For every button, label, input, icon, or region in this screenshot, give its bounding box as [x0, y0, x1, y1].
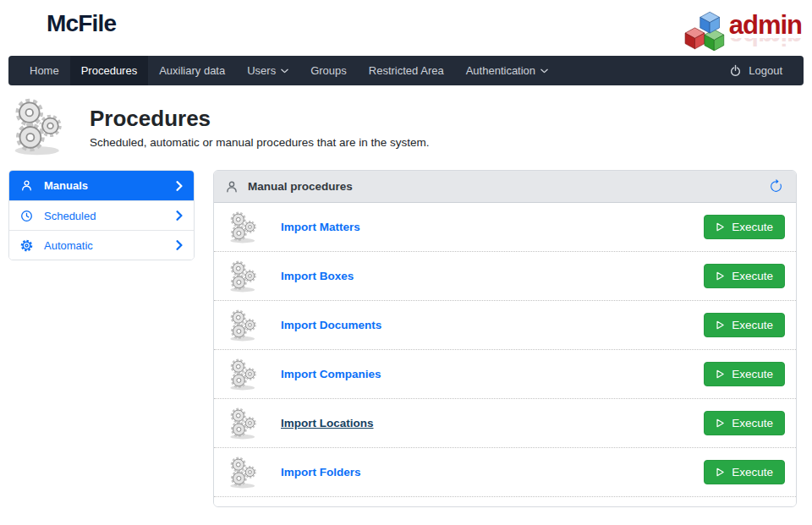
- mcfile-diamond-logo-icon: [8, 8, 39, 39]
- execute-button-label: Execute: [732, 270, 773, 282]
- sidebar-item-manuals[interactable]: Manuals: [9, 171, 194, 200]
- page-title: Procedures: [90, 106, 429, 132]
- chevron-right-icon: [176, 211, 183, 221]
- play-icon: [716, 468, 725, 477]
- play-icon: [716, 369, 725, 379]
- nav-item-users-label: Users: [247, 64, 276, 77]
- user-badge: admin admin: [683, 10, 802, 51]
- chevron-down-icon: [281, 68, 288, 74]
- logout-button[interactable]: Logout: [718, 56, 793, 85]
- gear-icon: [20, 239, 33, 252]
- execute-button[interactable]: Execute: [704, 264, 785, 288]
- chevron-right-icon: [176, 240, 183, 250]
- clock-icon: [20, 210, 33, 222]
- sidebar-item-manuals-label: Manuals: [44, 179, 88, 192]
- execute-button[interactable]: Execute: [704, 411, 785, 435]
- sidebar-item-scheduled-label: Scheduled: [44, 210, 96, 222]
- page-subtitle: Scheduled, automatic or manual procedure…: [90, 136, 429, 149]
- nav-item-groups-label: Groups: [310, 64, 347, 77]
- nav-item-home-label: Home: [30, 64, 59, 77]
- procedure-row: Import Folders Execute: [214, 448, 796, 497]
- panel-footer: [214, 497, 796, 506]
- sidebar-item-automatic[interactable]: Automatic: [9, 230, 194, 260]
- procedure-row: Import Locations Execute: [214, 399, 796, 448]
- play-icon: [716, 222, 725, 232]
- sidebar: Manuals Scheduled Automatic: [8, 170, 195, 260]
- nav-item-authentication-label: Authentication: [466, 64, 535, 77]
- nav-item-home[interactable]: Home: [19, 56, 70, 85]
- play-icon: [716, 418, 725, 428]
- execute-button-label: Execute: [732, 221, 773, 233]
- execute-button-label: Execute: [732, 417, 773, 429]
- manual-procedures-panel: Manual procedures Import Matters Execute…: [213, 170, 797, 507]
- nav-item-restricted-area[interactable]: Restricted Area: [358, 56, 455, 85]
- execute-button[interactable]: Execute: [704, 362, 785, 386]
- play-icon: [716, 320, 725, 330]
- procedure-link-import-folders[interactable]: Import Folders: [281, 466, 361, 479]
- panel-header: Manual procedures: [214, 171, 796, 203]
- navbar-left-group: Home Procedures Auxiliary data Users Gro…: [19, 56, 559, 85]
- sidebar-item-scheduled[interactable]: Scheduled: [9, 200, 194, 230]
- play-icon: [716, 271, 725, 281]
- refresh-button[interactable]: [767, 178, 785, 195]
- procedure-link-import-matters[interactable]: Import Matters: [281, 221, 360, 233]
- execute-button-label: Execute: [732, 368, 773, 380]
- procedure-row: Import Matters Execute: [214, 203, 796, 252]
- execute-button[interactable]: Execute: [704, 215, 785, 239]
- panel-title: Manual procedures: [248, 180, 353, 193]
- sidebar-item-automatic-label: Automatic: [44, 239, 93, 252]
- admin-cubes-icon: [683, 10, 729, 51]
- procedure-link-import-documents[interactable]: Import Documents: [281, 319, 381, 331]
- nav-item-procedures[interactable]: Procedures: [70, 56, 148, 85]
- execute-button-label: Execute: [732, 319, 773, 331]
- nav-item-auxiliary-data[interactable]: Auxiliary data: [148, 56, 236, 85]
- procedure-link-import-boxes[interactable]: Import Boxes: [281, 270, 354, 282]
- nav-item-authentication[interactable]: Authentication: [455, 56, 559, 85]
- refresh-icon: [769, 179, 783, 194]
- procedure-link-import-locations[interactable]: Import Locations: [281, 417, 374, 429]
- gears-icon: [227, 407, 261, 440]
- procedure-row: Import Companies Execute: [214, 350, 796, 399]
- procedure-row: Import Documents Execute: [214, 301, 796, 350]
- execute-button-label: Execute: [732, 466, 773, 479]
- execute-button[interactable]: Execute: [704, 460, 785, 484]
- nav-item-users[interactable]: Users: [236, 56, 299, 85]
- content: Manuals Scheduled Automatic Manual proce…: [0, 170, 812, 507]
- page: McFile: [0, 0, 812, 525]
- person-icon: [225, 180, 239, 194]
- topbar: McFile: [0, 0, 812, 56]
- admin-label: admin: [729, 13, 802, 37]
- person-icon: [20, 179, 33, 192]
- logout-label: Logout: [749, 64, 782, 77]
- page-header-text: Procedures Scheduled, automatic or manua…: [90, 106, 429, 149]
- procedure-link-import-companies[interactable]: Import Companies: [281, 368, 381, 380]
- gears-icon: [227, 211, 261, 244]
- nav-item-restricted-area-label: Restricted Area: [369, 64, 444, 77]
- admin-label-wrap: admin admin: [729, 13, 802, 47]
- gears-icon: [227, 456, 261, 489]
- chevron-down-icon: [540, 68, 548, 74]
- nav-item-procedures-label: Procedures: [81, 64, 137, 77]
- gears-icon: [8, 96, 69, 157]
- gears-icon: [227, 358, 261, 391]
- nav-item-auxiliary-data-label: Auxiliary data: [159, 64, 225, 77]
- brand: McFile: [8, 8, 116, 39]
- execute-button[interactable]: Execute: [704, 313, 785, 337]
- gears-icon: [227, 260, 261, 293]
- procedure-row: Import Boxes Execute: [214, 252, 796, 301]
- navbar-right-group: Logout: [718, 56, 793, 85]
- chevron-right-icon: [176, 181, 183, 191]
- main-navbar: Home Procedures Auxiliary data Users Gro…: [8, 56, 804, 85]
- admin-label-reflection: admin: [729, 38, 802, 48]
- power-icon: [729, 64, 742, 77]
- brand-name: McFile: [47, 10, 116, 37]
- nav-item-groups[interactable]: Groups: [299, 56, 358, 85]
- gears-icon: [227, 309, 261, 342]
- page-header: Procedures Scheduled, automatic or manua…: [0, 85, 812, 170]
